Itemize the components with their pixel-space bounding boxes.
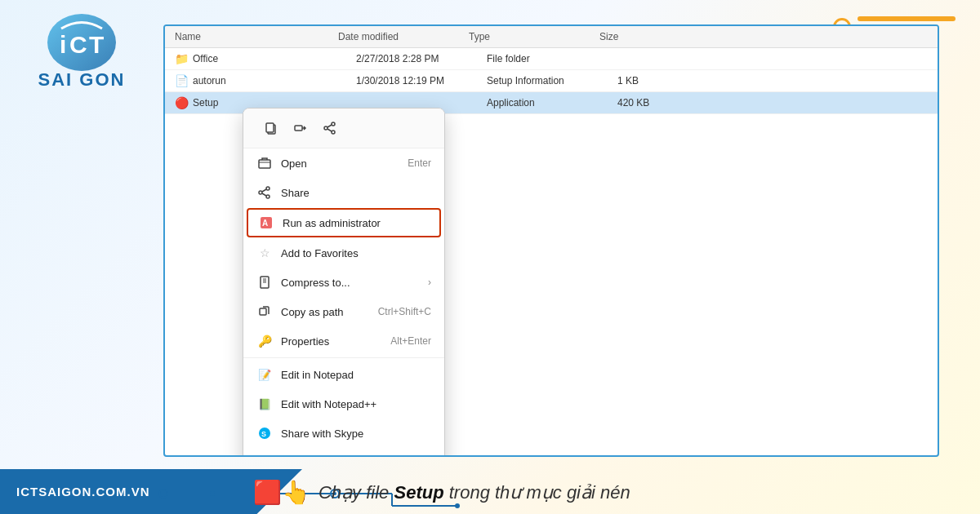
ctx-skype-label: Share with Skype xyxy=(281,428,431,440)
svg-text:i: i xyxy=(60,31,66,58)
ctx-favorites-label: Add to Favorites xyxy=(281,247,431,259)
ctx-copy-path-label: Copy as path xyxy=(281,306,378,318)
svg-point-8 xyxy=(332,131,335,134)
svg-point-14 xyxy=(266,195,270,198)
bottom-caption: 🟥👆 Chạy file Setup trong thư mục giải né… xyxy=(253,479,964,506)
ctx-copy-path-btn[interactable] xyxy=(286,115,315,141)
svg-rect-24 xyxy=(260,308,266,315)
ctx-run-as-admin[interactable]: A Run as administrator xyxy=(247,208,441,237)
ctx-divider-1 xyxy=(243,357,444,358)
svg-text:A: A xyxy=(262,219,268,228)
col-type-header: Type xyxy=(469,31,599,42)
ctx-notepadpp-label: Edit with Notepad++ xyxy=(281,398,431,410)
context-menu: Open Enter Share A Run as administrator … xyxy=(243,108,445,457)
info-icon: 📄 xyxy=(175,74,188,87)
ctx-share-btn[interactable] xyxy=(315,115,345,141)
website-url: ICTSAIGON.COM.VN xyxy=(16,485,150,498)
ctx-winrar[interactable]: RAR WinRAR › xyxy=(243,448,444,457)
compress-arrow-icon: › xyxy=(428,277,431,288)
open-icon xyxy=(256,155,273,171)
svg-rect-27 xyxy=(258,456,271,457)
col-name-header: Name xyxy=(175,31,338,42)
ctx-open-shortcut: Enter xyxy=(408,157,431,169)
share-icon xyxy=(256,184,273,201)
svg-rect-5 xyxy=(266,123,274,132)
svg-line-17 xyxy=(262,193,266,196)
file-date-office: 2/27/2018 2:28 PM xyxy=(356,53,487,64)
zip-icon xyxy=(256,274,273,290)
explorer-header: Name Date modified Type Size xyxy=(165,26,938,48)
ctx-properties-shortcut: Alt+Enter xyxy=(390,335,431,347)
ctx-notepad-label: Edit in Notepad xyxy=(281,369,431,381)
star-icon: ☆ xyxy=(256,245,273,261)
svg-point-9 xyxy=(324,126,327,130)
file-name-setup: Setup xyxy=(193,97,356,109)
file-row-office[interactable]: 📁 Office 2/27/2018 2:28 PM File folder xyxy=(165,48,938,70)
svg-point-33 xyxy=(159,490,167,498)
ctx-copy-path-shortcut: Ctrl+Shift+C xyxy=(378,306,431,317)
svg-point-7 xyxy=(332,122,335,126)
deco-line-1 xyxy=(858,16,956,21)
col-size-header: Size xyxy=(599,31,665,42)
ctx-open[interactable]: Open Enter xyxy=(243,148,444,178)
ctx-copy-path[interactable]: Copy as path Ctrl+Shift+C xyxy=(243,297,444,326)
caption-text: Chạy file Setup trong thư mục giải nén xyxy=(318,482,630,503)
ctx-share[interactable]: Share xyxy=(243,178,444,207)
ctx-edit-notepad[interactable]: 📝 Edit in Notepad xyxy=(243,360,444,389)
file-size-setup: 420 KB xyxy=(617,97,683,109)
winrar-icon: RAR xyxy=(256,454,273,457)
col-date-header: Date modified xyxy=(338,31,469,42)
ctx-properties-label: Properties xyxy=(281,335,390,348)
folder-icon: 📁 xyxy=(175,52,188,65)
ctx-admin-label: Run as administrator xyxy=(283,217,430,229)
copy-path-icon xyxy=(256,304,273,320)
svg-point-15 xyxy=(259,191,262,194)
svg-text:C: C xyxy=(69,31,87,58)
pointing-emoji: 🟥👆 xyxy=(253,479,310,506)
ctx-properties[interactable]: 🔑 Properties Alt+Enter xyxy=(243,326,444,356)
svg-rect-12 xyxy=(259,160,270,168)
file-explorer-window: Name Date modified Type Size 📁 Office 2/… xyxy=(163,24,939,457)
skype-icon: S xyxy=(256,425,273,441)
ctx-compress[interactable]: Compress to... › xyxy=(243,268,444,297)
ctx-copy-btn[interactable] xyxy=(256,115,286,141)
file-name-office: Office xyxy=(193,53,356,64)
file-date-autorun: 1/30/2018 12:19 PM xyxy=(356,75,487,86)
file-type-office: File folder xyxy=(487,53,617,64)
context-menu-icon-row xyxy=(243,109,444,148)
svg-text:S: S xyxy=(261,430,266,438)
ctx-share-skype[interactable]: S Share with Skype xyxy=(243,419,444,448)
file-name-autorun: autorun xyxy=(193,75,356,86)
svg-line-11 xyxy=(327,129,332,131)
svg-text:T: T xyxy=(89,31,104,58)
notepad-icon: 📝 xyxy=(256,366,273,383)
svg-rect-6 xyxy=(295,126,302,131)
ctx-add-favorites[interactable]: ☆ Add to Favorites xyxy=(243,238,444,268)
svg-line-16 xyxy=(262,189,266,192)
logo-svg: i C T xyxy=(45,12,118,73)
ctx-winrar-label: WinRAR xyxy=(281,457,428,458)
svg-line-10 xyxy=(327,125,332,127)
admin-icon: A xyxy=(258,215,274,231)
file-type-autorun: Setup Information xyxy=(487,75,617,86)
notepadpp-icon: 📗 xyxy=(256,396,273,412)
properties-icon: 🔑 xyxy=(256,333,273,349)
ctx-share-label: Share xyxy=(281,187,431,199)
ctx-compress-label: Compress to... xyxy=(281,277,428,289)
file-row-autorun[interactable]: 📄 autorun 1/30/2018 12:19 PM Setup Infor… xyxy=(165,70,938,92)
svg-point-13 xyxy=(266,187,270,190)
logo-area: i C T SAI GON xyxy=(16,12,147,102)
ctx-edit-notepadpp[interactable]: 📗 Edit with Notepad++ xyxy=(243,389,444,419)
file-type-setup: Application xyxy=(487,97,617,109)
ctx-open-label: Open xyxy=(281,157,408,170)
logo-text: SAI GON xyxy=(38,69,126,91)
file-size-autorun: 1 KB xyxy=(617,75,683,86)
setup-app-icon: 🔴 xyxy=(175,96,188,109)
